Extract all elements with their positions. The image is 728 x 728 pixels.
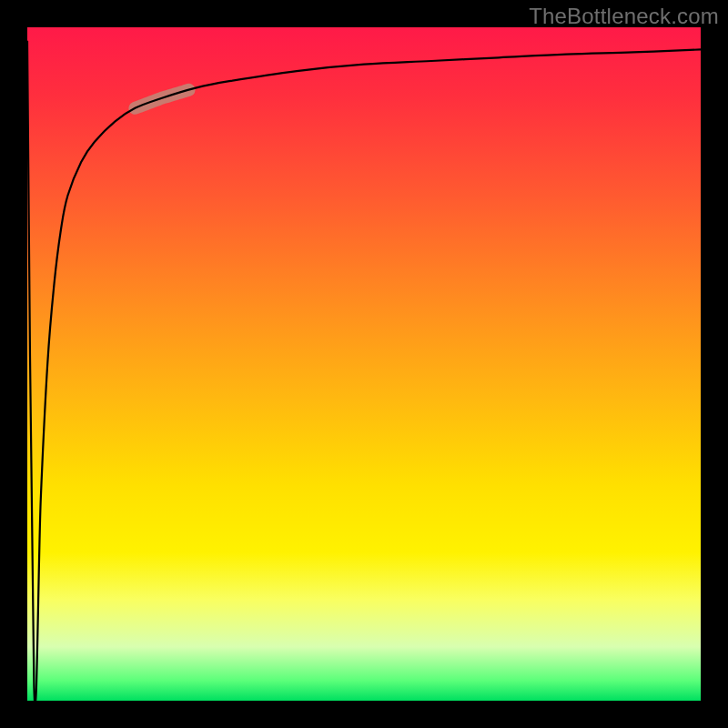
curve-path [27,41,701,706]
attribution-label: TheBottleneck.com [529,4,719,29]
curve-layer [27,27,701,701]
chart-stage: TheBottleneck.com [0,0,728,728]
